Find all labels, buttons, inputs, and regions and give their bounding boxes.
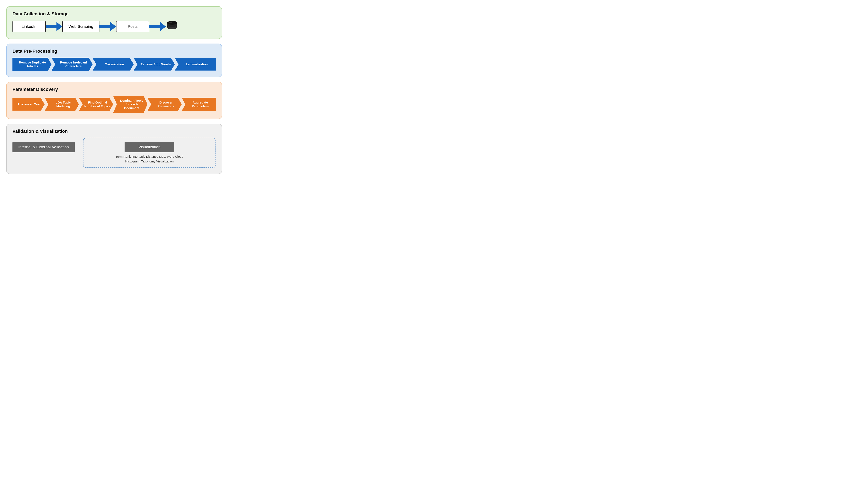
param-step-3: Find Optimal Number of Topics [79,98,113,111]
visualization-sub: Term Rank, Intertopic Distance Map, Word… [116,154,183,164]
validation-row: Internal & External Validation Visualiza… [12,138,216,168]
visualization-label: Visualization [125,142,175,152]
parameter-flow: Processed Text LDA Topic Modeling Find O… [12,96,216,113]
param-step-6: Aggregate Parameters [182,98,216,111]
visualization-box: Visualization Term Rank, Intertopic Dist… [83,138,216,168]
preprocess-step-2: Remove Irrelevant Characters [52,58,93,71]
svg-point-7 [167,21,177,25]
parameter-discovery-title: Parameter Discovery [12,87,216,92]
arrow-1 [46,22,62,31]
parameter-discovery-section: Parameter Discovery Processed Text LDA T… [6,82,222,119]
param-step-4: Dominant Topic for each Document [113,96,147,113]
posts-box: Posts [116,21,149,32]
validation-section: Validation & Visualization Internal & Ex… [6,124,222,174]
preprocess-step-4: Remove Stop Words [134,58,175,70]
data-preprocessing-section: Data Pre-Processing Remove Duplicate Art… [6,43,222,77]
preprocess-step-3: Tokenization [93,58,134,70]
internal-external-validation-box: Internal & External Validation [12,142,75,152]
validation-left: Internal & External Validation [12,138,75,152]
svg-point-8 [169,22,172,23]
linkedin-box: LinkedIn [12,21,46,32]
web-scraping-box: Web Scraping [62,21,99,32]
preprocessing-flow: Remove Duplicate Articles Remove Irrelev… [12,58,216,71]
param-step-5: Discover Parameters [147,98,182,111]
data-collection-flow: LinkedIn Web Scraping Posts [12,20,216,33]
param-step-1: Processed Text [12,98,44,110]
arrow-2 [99,22,116,31]
preprocess-step-1: Remove Duplicate Articles [12,58,52,71]
data-collection-title: Data Collection & Storage [12,11,216,17]
data-collection-section: Data Collection & Storage LinkedIn Web S… [6,6,222,39]
database-icon [166,20,178,33]
param-step-2: LDA Topic Modeling [44,98,79,111]
data-preprocessing-title: Data Pre-Processing [12,48,216,54]
preprocess-step-5: Lemmatization [175,58,216,70]
validation-title: Validation & Visualization [12,129,216,134]
arrow-3 [149,22,166,31]
